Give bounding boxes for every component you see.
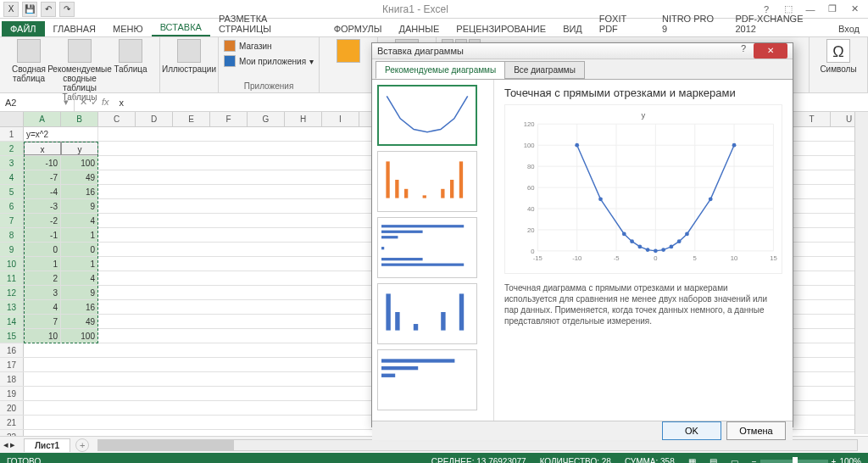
svg-point-56: [654, 248, 658, 253]
svg-rect-0: [386, 161, 389, 198]
tab-insert[interactable]: ВСТАВКА: [152, 20, 210, 36]
cancel-button[interactable]: Отмена: [726, 421, 786, 440]
illu-label: Иллюстрации: [162, 64, 216, 74]
svg-text:100: 100: [524, 142, 535, 149]
tab-pdfx[interactable]: PDF-XChange 2012: [726, 11, 830, 36]
ok-button[interactable]: OK: [662, 421, 721, 440]
view-normal-icon[interactable]: ▦: [688, 457, 696, 464]
save-button[interactable]: 💾: [22, 2, 37, 17]
enter-formula-icon[interactable]: ✓: [91, 97, 98, 108]
my-apps-button[interactable]: Мои приложения ▾: [224, 54, 314, 68]
chart-thumbnails-list[interactable]: [372, 80, 494, 421]
symbols-label: Символы: [820, 64, 856, 74]
horizontal-scrollbar[interactable]: [97, 439, 858, 451]
dialog-close-button[interactable]: ✕: [754, 43, 787, 59]
col-header[interactable]: D: [136, 112, 173, 126]
store-button[interactable]: Магазин: [224, 39, 314, 53]
table-button[interactable]: Таблица: [107, 39, 154, 74]
chart-thumb-clustered[interactable]: [377, 283, 477, 344]
cancel-formula-icon[interactable]: ✕: [80, 97, 87, 108]
sign-in-link[interactable]: Вход: [830, 21, 868, 36]
fx-icon[interactable]: fx: [102, 97, 109, 108]
svg-point-61: [709, 197, 713, 201]
svg-rect-5: [450, 180, 453, 198]
tab-formulas[interactable]: ФОРМУЛЫ: [326, 21, 391, 36]
tab-menu[interactable]: Меню: [104, 21, 152, 36]
svg-text:5: 5: [693, 254, 697, 262]
svg-text:20: 20: [527, 226, 535, 234]
svg-text:0: 0: [531, 248, 534, 255]
col-header[interactable]: G: [248, 112, 285, 126]
svg-rect-13: [386, 293, 390, 330]
svg-rect-10: [381, 247, 384, 249]
chart-thumb-scatter[interactable]: [377, 85, 477, 146]
svg-text:0: 0: [654, 254, 657, 262]
tab-file[interactable]: ФАЙЛ: [2, 21, 45, 36]
vertical-scrollbar[interactable]: [854, 112, 868, 434]
apps-group-label: Приложения: [224, 81, 314, 91]
svg-text:-5: -5: [614, 254, 620, 262]
svg-rect-18: [381, 359, 454, 362]
zoom-slider[interactable]: [760, 460, 828, 463]
zoom-level[interactable]: 100%: [839, 457, 861, 464]
tab-nitro[interactable]: NITRO PRO 9: [654, 11, 726, 36]
svg-text:y: y: [642, 110, 646, 120]
zoom-in-button[interactable]: +: [832, 457, 837, 464]
col-header[interactable]: E: [173, 112, 210, 126]
dialog-help-icon[interactable]: ?: [735, 43, 752, 59]
col-header[interactable]: A: [24, 112, 61, 126]
store-label: Магазин: [239, 42, 272, 51]
illustrations-button[interactable]: Иллюстрации: [165, 39, 213, 74]
select-all-button[interactable]: [0, 112, 24, 126]
col-header[interactable]: F: [210, 112, 248, 126]
col-header[interactable]: I: [322, 112, 359, 126]
svg-rect-3: [423, 195, 426, 198]
svg-text:10: 10: [731, 254, 738, 262]
view-layout-icon[interactable]: ▤: [709, 457, 717, 464]
recommended-pivot-button[interactable]: Рекомендуемые сводные таблицы: [56, 39, 103, 92]
symbols-button[interactable]: ΩСимволы: [815, 39, 862, 74]
redo-button[interactable]: ↷: [59, 2, 75, 17]
name-box[interactable]: A2▾: [0, 93, 75, 111]
col-header[interactable]: T: [793, 112, 831, 126]
pivot-label: Сводная таблица: [5, 64, 53, 83]
zoom-out-button[interactable]: −: [752, 457, 757, 464]
svg-rect-11: [381, 258, 423, 260]
pivot-table-button[interactable]: Сводная таблица: [5, 39, 53, 83]
svg-text:-10: -10: [572, 254, 581, 262]
svg-rect-9: [381, 236, 398, 238]
insert-chart-dialog: Вставка диаграммы ? ✕ Рекомендуемые диаг…: [371, 42, 793, 427]
tab-all-charts[interactable]: Все диаграммы: [504, 61, 585, 79]
dialog-titlebar[interactable]: Вставка диаграммы ? ✕: [372, 43, 793, 59]
status-cnt-label: КОЛИЧЕСТВО:: [540, 457, 599, 464]
tab-home[interactable]: ГЛАВНАЯ: [45, 21, 104, 36]
tab-recommended-charts[interactable]: Рекомендуемые диаграммы: [376, 61, 505, 79]
sheet-tab[interactable]: Лист1: [24, 438, 70, 452]
close-button[interactable]: ✕: [844, 2, 865, 17]
col-header[interactable]: H: [285, 112, 322, 126]
status-sum: 358: [660, 457, 675, 464]
bing-maps-button[interactable]: [325, 39, 372, 63]
view-break-icon[interactable]: ▭: [731, 457, 738, 464]
tab-review[interactable]: РЕЦЕНЗИРОВАНИЕ: [448, 21, 554, 36]
tab-layout[interactable]: РАЗМЕТКА СТРАНИЦЫ: [210, 11, 326, 36]
svg-rect-7: [381, 225, 464, 227]
chart-thumb-bar[interactable]: [377, 217, 477, 278]
col-header[interactable]: C: [98, 112, 136, 126]
col-header[interactable]: B: [61, 112, 98, 126]
sheet-nav-prev[interactable]: ◂: [3, 439, 8, 450]
svg-rect-17: [459, 293, 464, 330]
chart-thumb-bar2[interactable]: [377, 349, 477, 410]
svg-rect-4: [441, 189, 444, 198]
chart-thumb-column[interactable]: [377, 151, 477, 212]
svg-rect-1: [395, 180, 398, 198]
add-sheet-button[interactable]: +: [75, 438, 89, 452]
sheet-nav-next[interactable]: ▸: [10, 439, 15, 450]
tab-view[interactable]: ВИД: [554, 21, 591, 36]
tab-foxit[interactable]: Foxit PDF: [591, 11, 654, 36]
tab-data[interactable]: ДАННЫЕ: [391, 21, 448, 36]
svg-point-58: [670, 244, 674, 248]
svg-point-55: [646, 248, 650, 252]
undo-button[interactable]: ↶: [41, 2, 56, 17]
excel-icon[interactable]: X: [3, 2, 19, 17]
